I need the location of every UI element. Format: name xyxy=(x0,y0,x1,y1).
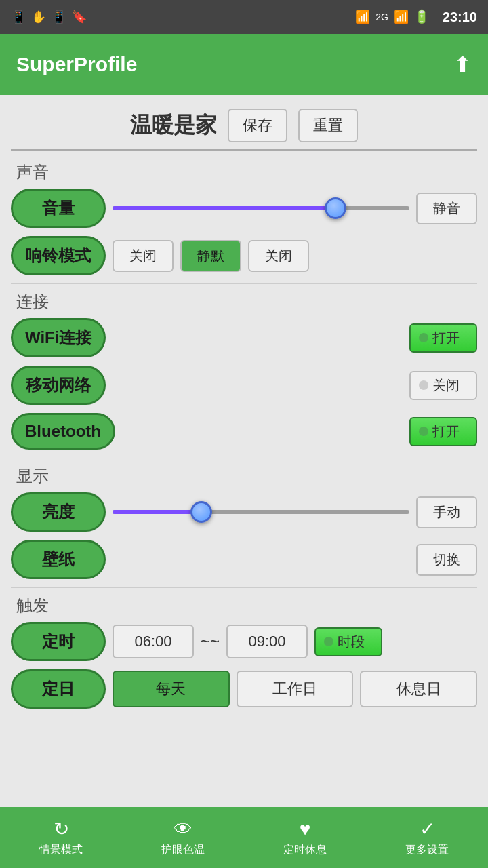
day-workday-btn[interactable]: 工作日 xyxy=(237,671,354,707)
bluetooth-pill: Bluetooth xyxy=(11,413,115,450)
rest-label: 定时休息 xyxy=(283,843,327,857)
volume-slider-fill xyxy=(113,206,336,210)
brightness-slider-container[interactable] xyxy=(113,510,409,514)
day-restday-btn[interactable]: 休息日 xyxy=(360,671,477,707)
timer-row: 定时 06:00 ~~ 09:00 时段 xyxy=(11,622,477,661)
timer-start-time[interactable]: 06:00 xyxy=(113,625,194,658)
brightness-row: 亮度 手动 xyxy=(11,492,477,532)
heart-icon: ♥ xyxy=(300,818,311,840)
ringtone-pill: 响铃模式 xyxy=(11,236,106,275)
manual-button[interactable]: 手动 xyxy=(416,496,477,528)
wifi-pill: WiFi连接 xyxy=(11,318,106,357)
ringtone-silent-btn[interactable]: 静默 xyxy=(180,240,241,272)
extra-icon: 🔖 xyxy=(72,9,87,24)
main-content: 温暖是家 保存 重置 声音 音量 静音 响铃模式 关闭 静默 关闭 连接 WiF… xyxy=(0,95,488,807)
nav-eye-temp[interactable]: 👁 护眼色温 xyxy=(161,818,205,857)
display-section-label: 显示 xyxy=(16,465,477,487)
wallpaper-switch-button[interactable]: 切换 xyxy=(416,544,477,576)
profile-header: 温暖是家 保存 重置 xyxy=(11,95,477,151)
nav-scene-mode[interactable]: ↻ 情景模式 xyxy=(39,818,83,857)
timer-end-time[interactable]: 09:00 xyxy=(226,625,308,658)
right-status-icons: 📶 2G 📶 🔋 23:10 xyxy=(355,9,477,25)
brightness-slider-thumb[interactable] xyxy=(190,501,212,523)
bluetooth-green-dot xyxy=(419,427,428,436)
volume-slider-track[interactable] xyxy=(113,206,409,210)
eye-icon: 👁 xyxy=(174,818,192,840)
tilde-separator: ~~ xyxy=(201,632,220,651)
signal-text: 2G xyxy=(375,12,388,22)
scene-label: 情景模式 xyxy=(39,843,83,857)
brightness-pill: 亮度 xyxy=(11,492,106,532)
status-bar: 📱 ✋ 📱 🔖 📶 2G 📶 🔋 23:10 xyxy=(0,0,488,34)
more-label: 更多设置 xyxy=(405,843,449,857)
bluetooth-status-label: 打开 xyxy=(432,422,460,441)
brightness-slider-track[interactable] xyxy=(113,510,409,514)
mobile-dot xyxy=(419,380,428,390)
bottom-nav: ↻ 情景模式 👁 护眼色温 ♥ 定时休息 ✓ 更多设置 xyxy=(0,807,488,868)
sound-section-label: 声音 xyxy=(16,161,477,183)
wifi-green-dot xyxy=(419,333,428,342)
save-button[interactable]: 保存 xyxy=(228,108,287,142)
app-title: SuperProfile xyxy=(16,53,137,76)
left-status-icons: 📱 ✋ 📱 🔖 xyxy=(11,9,87,24)
scene-icon: ↻ xyxy=(54,818,69,840)
ringtone-off-btn-1[interactable]: 关闭 xyxy=(113,240,174,272)
period-green-dot xyxy=(324,637,333,646)
mobile-pill: 移动网络 xyxy=(11,366,106,405)
schedule-pill: 定日 xyxy=(11,669,106,709)
reset-button[interactable]: 重置 xyxy=(298,108,358,142)
connection-section-label: 连接 xyxy=(16,291,477,313)
signal-icon: 📶 xyxy=(394,9,409,24)
nav-more-settings[interactable]: ✓ 更多设置 xyxy=(405,818,449,857)
wifi-row: WiFi连接 打开 xyxy=(11,318,477,357)
brightness-slider-fill xyxy=(113,510,201,514)
wifi-toggle[interactable]: 打开 xyxy=(409,323,477,353)
check-icon: ✓ xyxy=(420,818,435,840)
timer-pill: 定时 xyxy=(11,622,106,661)
phone-icon: 📱 xyxy=(52,9,66,24)
mobile-row: 移动网络 关闭 xyxy=(11,366,477,405)
volume-slider-thumb[interactable] xyxy=(325,197,346,219)
wallpaper-pill: 壁纸 xyxy=(11,540,106,579)
schedule-row: 定日 每天 工作日 休息日 xyxy=(11,669,477,709)
ringtone-off-btn-2[interactable]: 关闭 xyxy=(248,240,309,272)
ringtone-row: 响铃模式 关闭 静默 关闭 xyxy=(11,236,477,275)
volume-slider-container[interactable] xyxy=(113,206,409,210)
wifi-icon: 📶 xyxy=(355,9,370,24)
nav-rest-timer[interactable]: ♥ 定时休息 xyxy=(283,818,327,857)
bluetooth-row: Bluetooth 打开 xyxy=(11,413,477,450)
eye-label: 护眼色温 xyxy=(161,843,205,857)
day-everyday-btn[interactable]: 每天 xyxy=(113,671,230,707)
wifi-status-label: 打开 xyxy=(432,329,460,347)
sim-icon: 📱 xyxy=(11,9,26,24)
battery-icon: 🔋 xyxy=(414,9,429,24)
mute-button[interactable]: 静音 xyxy=(416,193,477,224)
volume-pill: 音量 xyxy=(11,189,106,228)
bluetooth-toggle[interactable]: 打开 xyxy=(409,417,477,446)
app-bar: SuperProfile ⬆ xyxy=(0,34,488,95)
profile-name: 温暖是家 xyxy=(130,111,217,140)
period-toggle[interactable]: 时段 xyxy=(314,627,382,656)
share-icon[interactable]: ⬆ xyxy=(453,52,472,77)
hand-icon: ✋ xyxy=(31,9,46,24)
mobile-toggle[interactable]: 关闭 xyxy=(409,371,477,400)
status-time: 23:10 xyxy=(443,9,477,25)
mobile-status-label: 关闭 xyxy=(432,376,460,395)
trigger-section-label: 触发 xyxy=(16,595,477,616)
volume-row: 音量 静音 xyxy=(11,189,477,228)
wallpaper-row: 壁纸 切换 xyxy=(11,540,477,579)
period-label: 时段 xyxy=(338,633,365,651)
